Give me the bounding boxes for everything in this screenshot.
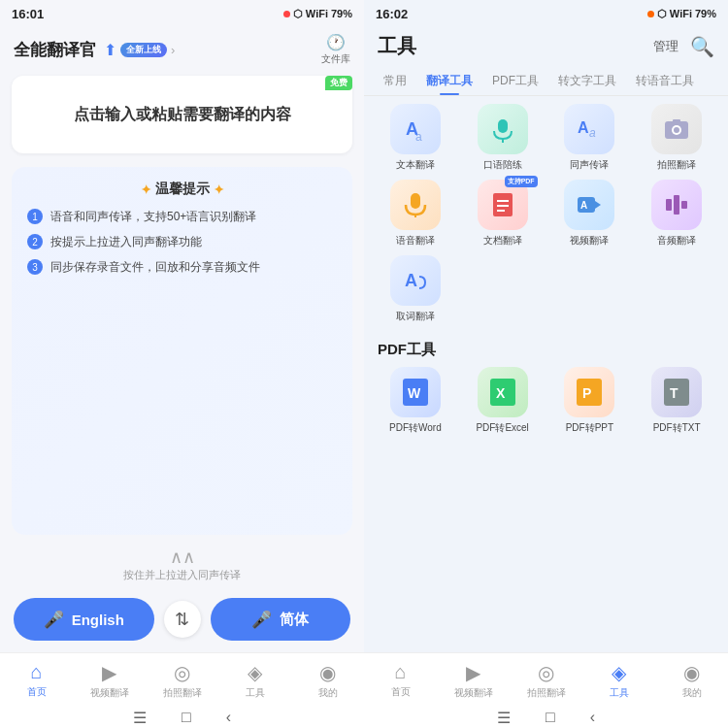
- tool-word-lookup[interactable]: A 取词翻译: [374, 255, 457, 323]
- tool-audio-translation-icon-wrap: [651, 180, 702, 230]
- tool-voice-translation-icon-wrap: [390, 180, 441, 230]
- left-nav-tools[interactable]: ◈ 工具: [218, 661, 291, 700]
- right-nav-video-label: 视频翻译: [454, 686, 493, 700]
- right-nav-home[interactable]: ⌂ 首页: [364, 661, 437, 699]
- pdf-tools-grid: W PDF转Word X PDF转Excel: [374, 367, 718, 435]
- tab-pdf-tools[interactable]: PDF工具: [482, 67, 548, 95]
- tool-audio-translation-label: 音频翻译: [657, 234, 696, 248]
- left-signal-icon: ⬡: [293, 8, 303, 20]
- right-header-actions: 管理 🔍: [653, 35, 714, 58]
- file-lib-button[interactable]: 🕐 文件库: [321, 33, 350, 66]
- manage-button[interactable]: 管理: [653, 38, 678, 55]
- language-switch-button[interactable]: ⇅: [164, 601, 201, 638]
- input-placeholder-text: 点击输入或粘贴需要翻译的内容: [74, 103, 291, 126]
- tool-pdf-excel[interactable]: X PDF转Excel: [461, 367, 545, 435]
- left-nav-home-icon: ⌂: [30, 661, 42, 683]
- pdf-section-header: PDF工具: [374, 335, 718, 367]
- tool-pdf-word[interactable]: W PDF转Word: [374, 367, 457, 435]
- tool-text-translation[interactable]: A a 文本翻译: [374, 104, 457, 172]
- right-nav-photo-icon: ◎: [538, 661, 554, 684]
- tip-star-left: ✦: [141, 182, 151, 197]
- right-mic-icon: 🎤: [251, 610, 272, 630]
- tip-text-1: 语音和同声传译，支持50+语言识别翻译: [50, 208, 256, 225]
- tool-word-lookup-label: 取词翻译: [396, 310, 435, 323]
- tool-oral-practice[interactable]: 口语陪练: [461, 104, 545, 172]
- left-nav-home[interactable]: ⌂ 首页: [0, 661, 73, 699]
- search-button[interactable]: 🔍: [690, 35, 714, 58]
- left-nav-mine[interactable]: ◉ 我的: [291, 661, 364, 700]
- tool-voice-translation[interactable]: 语音翻译: [374, 180, 457, 248]
- tool-voice-translation-label: 语音翻译: [396, 234, 435, 248]
- left-nav-photo-icon: ◎: [174, 661, 190, 684]
- tip-title: ✦ 温馨提示 ✦: [27, 181, 337, 198]
- left-status-icons: ⬡ WiFi 79%: [283, 8, 352, 20]
- svg-rect-21: [681, 201, 687, 209]
- tool-pdf-txt[interactable]: T PDF转TXT: [635, 367, 718, 435]
- tool-pdf-ppt[interactable]: P PDF转PPT: [548, 367, 632, 435]
- left-home-bar: ☰ □ ‹: [0, 707, 364, 728]
- svg-text:A: A: [405, 271, 417, 290]
- tool-audio-translation[interactable]: 音频翻译: [635, 180, 718, 248]
- tab-voice-tools[interactable]: 转语音工具: [626, 67, 704, 95]
- pullup-chevron-icon: ∧∧: [0, 548, 364, 566]
- right-nav-tools[interactable]: ◈ 工具: [582, 661, 655, 700]
- left-nav-home-label: 首页: [27, 685, 47, 699]
- right-status-bar: 16:02 ⬡ WiFi 79%: [364, 0, 728, 27]
- tip-item-1: 1 语音和同声传译，支持50+语言识别翻译: [27, 208, 337, 225]
- tool-pdf-word-icon-wrap: W: [390, 367, 441, 417]
- tool-pdf-excel-icon-wrap: X: [478, 367, 528, 417]
- left-home-icon: □: [182, 709, 191, 726]
- tool-document-translation-label: 文档翻译: [483, 234, 522, 248]
- tool-word-lookup-icon: A: [402, 267, 429, 294]
- tools-scroll-area: A a 文本翻译 口语陪练: [364, 96, 728, 652]
- right-language-button[interactable]: 🎤 简体: [211, 598, 351, 641]
- language-bar: 🎤 English ⇅ 🎤 简体: [0, 588, 364, 652]
- left-nav-tools-label: 工具: [246, 686, 265, 700]
- right-nav-video[interactable]: ▶ 视频翻译: [437, 661, 510, 700]
- tip-num-2: 2: [27, 234, 43, 249]
- tool-simultaneous[interactable]: A a 同声传译: [548, 104, 632, 172]
- tab-common[interactable]: 常用: [374, 67, 416, 95]
- tool-photo-translation[interactable]: 拍照翻译: [635, 104, 718, 172]
- tool-document-translation[interactable]: 支持PDF 文档翻译: [461, 180, 545, 248]
- pullup-area: ∧∧ 按住并上拉进入同声传译: [0, 541, 364, 588]
- tool-text-translation-icon-wrap: A a: [390, 104, 441, 154]
- left-battery-icon: 79%: [331, 8, 352, 19]
- tool-voice-translation-icon: [402, 191, 429, 218]
- tabs-row: 常用 翻译工具 PDF工具 转文字工具 转语音工具: [364, 67, 728, 96]
- right-nav-mine[interactable]: ◉ 我的: [655, 661, 728, 700]
- left-nav-mine-label: 我的: [318, 686, 338, 700]
- svg-text:P: P: [582, 385, 591, 401]
- left-mic-icon: 🎤: [44, 610, 64, 630]
- tool-pdf-word-icon: W: [401, 377, 430, 408]
- tool-photo-translation-icon: [663, 116, 690, 143]
- left-wifi-icon: WiFi: [306, 8, 328, 19]
- left-language-button[interactable]: 🎤 English: [14, 598, 154, 641]
- translation-input-area[interactable]: 免费 点击输入或粘贴需要翻译的内容: [12, 76, 352, 153]
- left-nav-video[interactable]: ▶ 视频翻译: [73, 661, 146, 700]
- switch-icon: ⇅: [175, 609, 189, 630]
- new-badge-area: ⬆ 全新上线 ›: [104, 41, 175, 59]
- right-nav-tools-icon: ◈: [612, 661, 626, 684]
- right-menu-icon: ☰: [497, 709, 511, 727]
- tab-translation-tools[interactable]: 翻译工具: [416, 67, 482, 95]
- tab-text-tools[interactable]: 转文字工具: [548, 67, 626, 95]
- right-battery-icon: 79%: [695, 8, 716, 19]
- left-nav-tools-icon: ◈: [248, 661, 262, 684]
- svg-text:X: X: [496, 385, 506, 401]
- translation-tools-grid: A a 文本翻译 口语陪练: [374, 104, 718, 323]
- left-language-label: English: [72, 612, 124, 628]
- left-back-icon: ‹: [226, 709, 231, 726]
- right-nav-video-icon: ▶: [466, 661, 480, 684]
- left-menu-icon: ☰: [133, 709, 147, 727]
- tool-video-translation[interactable]: A 视频翻译: [548, 180, 632, 248]
- tool-photo-translation-icon-wrap: [651, 104, 702, 154]
- right-back-icon: ‹: [590, 709, 595, 726]
- right-nav-photo[interactable]: ◎ 拍照翻译: [510, 661, 582, 700]
- file-lib-icon: 🕐: [326, 33, 346, 51]
- tool-audio-translation-icon: [663, 191, 690, 218]
- new-badge: 全新上线: [120, 43, 167, 57]
- tip-text-3: 同步保存录音文件，回放和分享音频文件: [50, 258, 260, 276]
- tool-text-translation-label: 文本翻译: [396, 158, 435, 172]
- left-nav-photo[interactable]: ◎ 拍照翻译: [146, 661, 218, 700]
